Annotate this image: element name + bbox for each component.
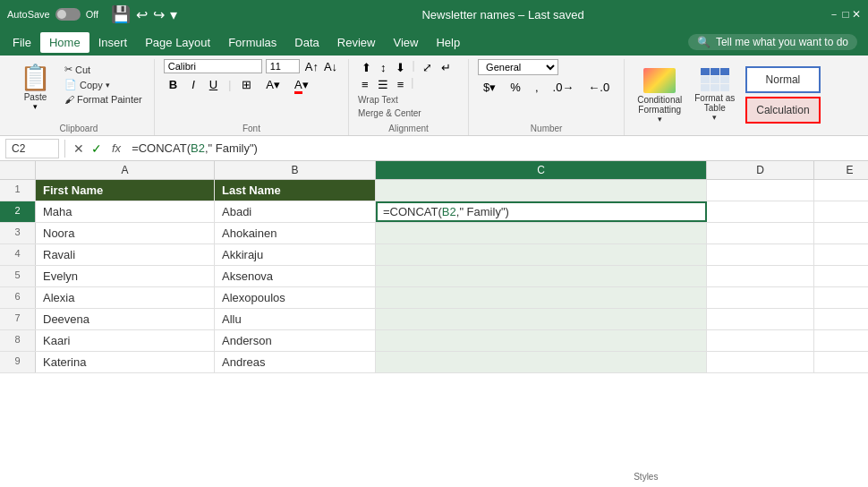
font-decrease-button[interactable]: A↓ — [322, 60, 339, 73]
number-format-select[interactable]: General Number Currency Date — [478, 59, 558, 75]
menu-search[interactable]: 🔍 Tell me what you want to do — [688, 34, 857, 50]
comma-button[interactable]: , — [530, 78, 544, 97]
font-color-button[interactable]: A▾ — [289, 75, 314, 94]
cell-d3[interactable] — [707, 223, 814, 244]
cell-a2[interactable]: Maha — [36, 201, 215, 222]
cell-e7[interactable] — [814, 309, 868, 329]
menu-formulas[interactable]: Formulas — [219, 32, 285, 53]
align-bottom-button[interactable]: ⬇ — [392, 59, 409, 76]
border-button[interactable]: ⊞ — [236, 75, 257, 94]
fill-color-button[interactable]: A▾ — [260, 75, 285, 94]
font-family-input[interactable] — [164, 59, 262, 73]
undo-icon[interactable]: ↩ — [136, 6, 148, 23]
menu-home[interactable]: Home — [40, 32, 89, 53]
text-direction-button[interactable]: ⤢ — [419, 59, 436, 76]
cell-c7[interactable] — [376, 309, 707, 329]
menu-help[interactable]: Help — [427, 32, 469, 53]
cell-c1[interactable] — [376, 180, 707, 201]
menu-review[interactable]: Review — [328, 32, 385, 53]
cell-a8[interactable]: Kaari — [36, 330, 215, 351]
col-header-d[interactable]: D — [707, 161, 814, 179]
cell-a1[interactable]: First Name — [36, 180, 215, 201]
calculation-style-button[interactable]: Calculation — [745, 97, 820, 124]
increase-decimal-button[interactable]: .0→ — [548, 78, 580, 97]
cell-d5[interactable] — [707, 266, 814, 286]
cell-e9[interactable] — [814, 352, 868, 372]
cell-a3[interactable]: Noora — [36, 223, 215, 244]
cell-d2[interactable] — [707, 201, 814, 222]
window-controls[interactable]: － □ ✕ — [829, 7, 861, 22]
col-header-c[interactable]: C — [376, 161, 707, 179]
cell-d8[interactable] — [707, 330, 814, 351]
cell-b3[interactable]: Ahokainen — [215, 223, 376, 244]
menu-data[interactable]: Data — [285, 32, 328, 53]
cell-e4[interactable] — [814, 244, 868, 265]
font-size-input[interactable] — [266, 59, 300, 73]
conditional-formatting-button[interactable]: ConditionalFormatting ▾ — [634, 66, 685, 125]
cell-e3[interactable] — [814, 223, 868, 244]
percent-button[interactable]: % — [505, 78, 526, 97]
cell-b4[interactable]: Akkiraju — [215, 244, 376, 265]
cell-e8[interactable] — [814, 330, 868, 351]
cell-e5[interactable] — [814, 266, 868, 286]
cell-d6[interactable] — [707, 287, 814, 308]
col-header-b[interactable]: B — [215, 161, 376, 179]
cell-b8[interactable]: Anderson — [215, 330, 376, 351]
cell-d9[interactable] — [707, 352, 814, 372]
confirm-formula-button[interactable]: ✓ — [89, 141, 105, 156]
cell-reference-input[interactable] — [5, 139, 59, 158]
cell-c5[interactable] — [376, 266, 707, 286]
menu-page-layout[interactable]: Page Layout — [136, 32, 219, 53]
cell-b6[interactable]: Alexopoulos — [215, 287, 376, 308]
redo-icon[interactable]: ↪ — [153, 6, 165, 23]
col-header-a[interactable]: A — [36, 161, 215, 179]
format-painter-button[interactable]: 🖌 Format Painter — [62, 93, 145, 106]
menu-view[interactable]: View — [384, 32, 427, 53]
cell-b5[interactable]: Aksenova — [215, 266, 376, 286]
cell-a6[interactable]: Alexia — [36, 287, 215, 308]
copy-button[interactable]: 📄 Copy ▾ — [62, 78, 145, 91]
cell-c8[interactable] — [376, 330, 707, 351]
cancel-formula-button[interactable]: ✕ — [71, 141, 87, 156]
menu-insert[interactable]: Insert — [89, 32, 137, 53]
cell-b7[interactable]: Allu — [215, 309, 376, 329]
currency-button[interactable]: $▾ — [478, 78, 501, 97]
format-as-table-button[interactable]: Format asTable ▾ — [691, 66, 738, 124]
cell-c9[interactable] — [376, 352, 707, 372]
normal-style-button[interactable]: Normal — [745, 66, 820, 93]
paste-button[interactable]: 📋 Paste ▾ — [13, 59, 58, 115]
cell-a9[interactable]: Katerina — [36, 352, 215, 372]
bold-button[interactable]: B — [164, 75, 183, 94]
cell-e2[interactable] — [814, 201, 868, 222]
cell-d1[interactable] — [707, 180, 814, 201]
align-middle-button[interactable]: ↕ — [377, 59, 390, 76]
autosave-toggle[interactable] — [55, 8, 81, 21]
align-top-button[interactable]: ⬆ — [358, 59, 375, 76]
cell-a4[interactable]: Ravali — [36, 244, 215, 265]
save-icon[interactable]: 💾 — [111, 4, 131, 24]
menu-file[interactable]: File — [4, 32, 40, 53]
align-center-button[interactable]: ☰ — [374, 76, 392, 93]
formula-input[interactable]: =CONCAT(B2," Family") — [128, 141, 863, 155]
align-left-button[interactable]: ≡ — [358, 76, 372, 93]
cell-c4[interactable] — [376, 244, 707, 265]
cell-e1[interactable] — [814, 180, 868, 201]
cell-a5[interactable]: Evelyn — [36, 266, 215, 286]
cell-a7[interactable]: Deevena — [36, 309, 215, 329]
font-increase-button[interactable]: A↑ — [303, 60, 320, 73]
italic-button[interactable]: I — [186, 75, 200, 94]
paste-dropdown-icon[interactable]: ▾ — [33, 102, 38, 111]
cell-c6[interactable] — [376, 287, 707, 308]
cell-d4[interactable] — [707, 244, 814, 265]
align-right-button[interactable]: ≡ — [394, 76, 408, 93]
cell-c3[interactable] — [376, 223, 707, 244]
decrease-decimal-button[interactable]: ←.0 — [583, 78, 615, 97]
wrap-text-button[interactable]: Wrap Text — [358, 95, 421, 105]
cut-button[interactable]: ✂ Cut — [62, 63, 145, 76]
customize-icon[interactable]: ▾ — [170, 6, 177, 23]
cell-b1[interactable]: Last Name — [215, 180, 376, 201]
cell-e6[interactable] — [814, 287, 868, 308]
cell-c2[interactable]: =CONCAT(B2," Family") — [376, 201, 707, 222]
cell-b2[interactable]: Abadi — [215, 201, 376, 222]
col-header-e[interactable]: E — [814, 161, 868, 179]
